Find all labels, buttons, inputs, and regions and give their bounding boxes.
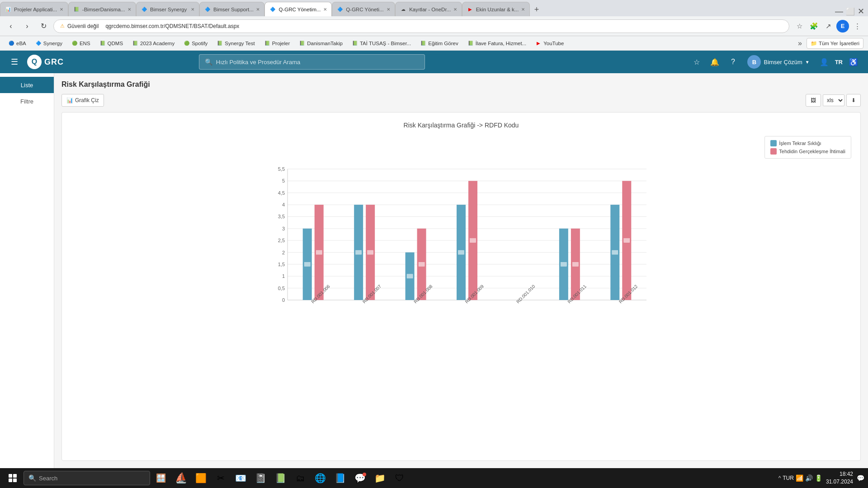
minimize-button[interactable]: — <box>835 7 843 16</box>
bookmark-egitim-gorev[interactable]: 📗 Eğitim Görev <box>416 38 462 49</box>
time-display[interactable]: 18:42 31.07.2024 <box>826 470 853 486</box>
tab-close-kayitlar-oned[interactable]: × <box>453 6 457 13</box>
taskbar-app-chrome[interactable]: 🌐 <box>311 470 329 486</box>
tab-close-qgrc-yonetim1[interactable]: × <box>324 6 327 13</box>
language-badge[interactable]: TR <box>835 59 843 66</box>
ship-icon: ⛵ <box>175 472 187 484</box>
tab-close-projeler[interactable]: × <box>60 6 63 13</box>
bookmark-ilave-fatura[interactable]: 📗 İlave Fatura, Hizmet... <box>464 38 530 49</box>
export-image-button[interactable]: 🖼 <box>806 94 821 107</box>
bookmark-danisman-takip[interactable]: 📗 DanismanTakip <box>295 38 346 49</box>
bookmark-spotify[interactable]: 🟢 Spotify <box>180 38 211 49</box>
extensions-button[interactable]: 🧩 <box>807 20 820 33</box>
tab-ekin-uzunlar[interactable]: ▶ Ekin Uzunlar & k... × <box>462 2 530 16</box>
bookmark-qdms[interactable]: 📗 QDMS <box>96 38 127 49</box>
taskbar-app-excel[interactable]: 📗 <box>271 470 289 486</box>
grafik-ciz-button[interactable]: 📊 Grafik Çiz <box>61 94 104 107</box>
tab-projeler[interactable]: 📊 Projeler Applicati... × <box>0 2 68 16</box>
taskbar-app-files[interactable]: 🟧 <box>192 470 210 486</box>
bookmark-ens[interactable]: 🟢 ENS <box>68 38 94 49</box>
close-button[interactable]: ✕ <box>858 6 864 16</box>
tab-close-bimser-danisma[interactable]: × <box>127 6 131 13</box>
sidebar-item-liste[interactable]: Liste <box>0 77 54 93</box>
user-icon-button[interactable]: 👤 <box>817 55 831 69</box>
bookmark-synergy[interactable]: 🔷 Synergy <box>32 38 66 49</box>
new-tab-button[interactable]: + <box>530 3 543 16</box>
bookmark-label-synergy-test: Synergy Test <box>225 41 255 46</box>
app-topnav: ☰ Q GRC 🔍 ☆ 🔔 ? B Bimser Çözüm ▼ <box>0 51 868 73</box>
bookmark-projeler[interactable]: 📗 Projeler <box>260 38 294 49</box>
bookmark-favicon-youtube: ▶ <box>535 40 542 47</box>
tab-close-qgrc-yonetim2[interactable]: × <box>387 6 391 13</box>
bookmark-folder-all[interactable]: 📁 Tüm Yer İşaretleri <box>807 38 863 49</box>
taskbar-app-defender[interactable]: 🛡 <box>391 470 409 486</box>
reload-button[interactable]: ↻ <box>37 20 50 33</box>
tab-close-ekin-uzunlar[interactable]: × <box>521 6 525 13</box>
export-download-button[interactable]: ⬇ <box>846 94 861 107</box>
topnav-search-input[interactable] <box>216 59 419 66</box>
address-input[interactable]: ⚠ Güvenli değil qgrcdemo.bimser.com.tr/Q… <box>53 19 789 33</box>
back-button[interactable]: ‹ <box>5 20 17 33</box>
bookmark-star-button[interactable]: ☆ <box>793 20 806 33</box>
taskbar-app-outlook[interactable]: 📧 <box>231 470 250 486</box>
sidebar-item-filtre[interactable]: Filtre <box>0 93 54 109</box>
legend-label-blue: İşlem Tekrar Sıklığı <box>779 141 821 146</box>
svg-rect-54 <box>624 239 630 243</box>
accessibility-button[interactable]: ♿ <box>846 55 861 69</box>
notification-center-icon[interactable]: 💬 <box>857 474 864 482</box>
forward-button[interactable]: › <box>21 20 33 33</box>
taskbar-app-cortana[interactable]: 🪟 <box>152 470 170 486</box>
svg-rect-47 <box>561 262 566 266</box>
maximize-button[interactable]: ⬜ <box>846 7 855 16</box>
taskbar-app-ship[interactable]: ⛵ <box>172 470 190 486</box>
bookmark-eba[interactable]: 🔵 eBA <box>5 38 30 49</box>
taskbar-app-snip[interactable]: ✂ <box>212 470 230 486</box>
bookmark-favicon-2023-academy: 📗 <box>132 40 138 47</box>
bookmark-youtube[interactable]: ▶ YouTube <box>532 38 567 49</box>
svg-rect-33 <box>368 250 373 254</box>
bookmark-label-ens: ENS <box>80 41 90 46</box>
tab-bimser-danisma[interactable]: 📗 -BimserDanisma... × <box>68 2 136 16</box>
bookmark-synergy-test[interactable]: 📗 Synergy Test <box>213 38 258 49</box>
taskbar-app-task[interactable]: 🗂 <box>291 470 309 486</box>
system-tray[interactable]: ^ TUR 📶 🔊 🔋 <box>778 474 822 482</box>
lock-icon: ⚠ <box>60 23 65 29</box>
tab-label-bimser-danisma: -BimserDanisma... <box>82 7 125 12</box>
bookmark-tai-tusas[interactable]: 📗 TAİ TUSAŞ - Bimser... <box>348 38 415 49</box>
taskbar-app-teams[interactable]: 💬 <box>351 470 369 486</box>
tab-label-qgrc-yonetim1: Q-GRC Yönetim... <box>278 7 321 12</box>
defender-icon: 🛡 <box>395 473 404 483</box>
taskbar-app-word[interactable]: 📘 <box>331 470 349 486</box>
tab-close-bimser-synergy[interactable]: × <box>191 6 194 13</box>
user-profile[interactable]: B Bimser Çözüm ▼ <box>744 55 813 69</box>
tab-qgrc-yonetim2[interactable]: 🔷 Q-GRC Yöneti... × <box>332 2 395 16</box>
tab-qgrc-yonetim1[interactable]: 🔷 Q-GRC Yönetim... × <box>264 2 332 16</box>
legend-color-blue <box>770 140 777 146</box>
taskbar-search[interactable]: 🔍 Search <box>24 471 150 485</box>
export-image-icon: 🖼 <box>811 97 816 103</box>
chevron-up-icon[interactable]: ^ <box>778 475 781 481</box>
grafik-ciz-label: Grafik Çiz <box>75 97 99 103</box>
bookmark-favicon-tai-tusas: 📗 <box>352 40 358 47</box>
tab-kayitlar-oned[interactable]: ☁ Kayıtlar - OneDr... × <box>395 2 462 16</box>
star-button[interactable]: ☆ <box>689 55 704 69</box>
address-separator <box>101 23 103 29</box>
bookmarks-more-button[interactable]: » <box>795 39 805 47</box>
tab-label-bimser-support: Bimser Support... <box>213 7 254 12</box>
taskbar-app-onenote[interactable]: 📓 <box>251 470 269 486</box>
send-to-devices-button[interactable]: ↗ <box>822 20 835 33</box>
topnav-search-bar[interactable]: 🔍 <box>199 54 425 70</box>
clock-time: 18:42 <box>826 470 853 478</box>
notification-button[interactable]: 🔔 <box>708 55 722 69</box>
tab-bimser-support[interactable]: 🔷 Bimser Support... × <box>199 2 264 16</box>
bookmark-2023-academy[interactable]: 📗 2023 Academy <box>128 38 178 49</box>
help-button[interactable]: ? <box>726 55 740 69</box>
start-button[interactable] <box>4 470 22 486</box>
profile-button[interactable]: E <box>836 20 849 33</box>
settings-button[interactable]: ⋮ <box>851 20 863 33</box>
export-format-select[interactable]: xls pdf csv <box>823 94 844 106</box>
taskbar-app-folder[interactable]: 📁 <box>371 470 389 486</box>
tab-close-bimser-support[interactable]: × <box>256 6 260 13</box>
hamburger-button[interactable]: ☰ <box>7 55 22 69</box>
tab-bimser-synergy[interactable]: 🔷 Bimser Synergy × <box>136 2 199 16</box>
